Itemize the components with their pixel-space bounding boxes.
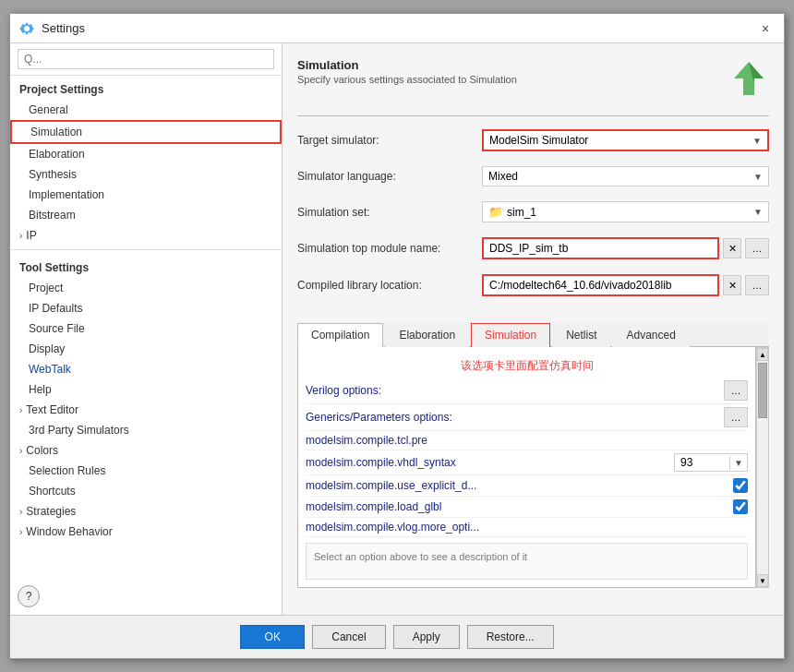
tabs-section: Compilation Elaboration Simulation Netli… xyxy=(297,318,769,588)
use-explicit-row: modelsim.compile.use_explicit_d... xyxy=(306,475,748,497)
compiled-library-control: ✕ … xyxy=(482,274,769,296)
tcl-pre-row: modelsim.compile.tcl.pre xyxy=(306,431,748,450)
simulation-set-value: sim_1 xyxy=(507,206,536,219)
target-simulator-dropdown[interactable]: ModelSim Simulator ▼ xyxy=(482,129,769,151)
dialog-title: Settings xyxy=(42,21,85,35)
verilog-options-row: Verilog options: … xyxy=(306,378,748,404)
tcl-pre-label: modelsim.compile.tcl.pre xyxy=(306,434,527,447)
sidebar-item-text-editor[interactable]: ›Text Editor xyxy=(10,400,282,420)
sidebar-item-synthesis[interactable]: Synthesis xyxy=(10,164,282,185)
verilog-options-btn[interactable]: … xyxy=(724,380,748,401)
divider xyxy=(297,115,769,116)
load-glbl-label: modelsim.compile.load_glbl xyxy=(306,500,733,513)
verilog-options-input[interactable] xyxy=(515,384,725,397)
sidebar-item-display[interactable]: Display xyxy=(10,339,282,359)
tab-advanced[interactable]: Advanced xyxy=(612,323,689,347)
sidebar-item-selection-rules[interactable]: Selection Rules xyxy=(10,461,282,481)
target-simulator-row: Target simulator: ModelSim Simulator ▼ xyxy=(297,129,769,151)
section-title: Simulation xyxy=(297,58,517,72)
simulator-language-dropdown[interactable]: Mixed ▼ xyxy=(482,166,769,186)
generics-options-label: Generics/Parameters options: xyxy=(306,411,515,424)
scrollbar[interactable]: ▲ ▼ xyxy=(756,347,769,588)
generics-options-row: Generics/Parameters options: … xyxy=(306,404,748,431)
vhdl-syntax-dropdown[interactable]: 93 ▼ xyxy=(674,453,748,472)
simulation-top-browse-btn[interactable]: … xyxy=(745,238,769,258)
vhdl-syntax-label: modelsim.compile.vhdl_syntax xyxy=(306,456,674,469)
tab-simulation[interactable]: Simulation xyxy=(471,323,550,347)
folder-icon: 📁 xyxy=(488,205,503,219)
section-subtitle: Specify various settings associated to S… xyxy=(297,74,517,85)
target-simulator-label: Target simulator: xyxy=(297,134,482,147)
simulation-top-label: Simulation top module name: xyxy=(297,242,482,255)
simulation-top-row: Simulation top module name: ✕ … xyxy=(297,237,769,259)
apply-button[interactable]: Apply xyxy=(393,625,460,649)
vhdl-syntax-arrow: ▼ xyxy=(729,456,747,470)
bottom-bar: OK Cancel Apply Restore... xyxy=(10,615,784,658)
cancel-button[interactable]: Cancel xyxy=(312,625,385,649)
ok-button[interactable]: OK xyxy=(240,625,305,649)
simulator-language-label: Simulator language: xyxy=(297,170,482,183)
scrollbar-up-btn[interactable]: ▲ xyxy=(757,348,768,361)
help-button[interactable]: ? xyxy=(18,585,40,607)
simulator-language-control: Mixed ▼ xyxy=(482,166,769,186)
generics-options-input[interactable] xyxy=(515,411,725,424)
scrollbar-thumb[interactable] xyxy=(758,363,767,418)
simulation-top-input[interactable] xyxy=(482,237,719,259)
search-input[interactable] xyxy=(18,49,274,69)
compiled-library-browse-btn[interactable]: … xyxy=(745,275,769,295)
sidebar-item-window-behavior[interactable]: ›Window Behavior xyxy=(10,522,282,542)
target-simulator-arrow: ▼ xyxy=(752,136,762,146)
sidebar-item-project[interactable]: Project xyxy=(10,278,282,298)
svg-point-1 xyxy=(24,26,30,31)
sidebar-item-ip-defaults[interactable]: IP Defaults xyxy=(10,298,282,318)
sidebar-item-help[interactable]: Help xyxy=(10,379,282,400)
sidebar-item-strategies[interactable]: ›Strategies xyxy=(10,501,282,522)
settings-dialog: Settings × Project Settings General Simu… xyxy=(9,13,785,659)
use-explicit-label: modelsim.compile.use_explicit_d... xyxy=(306,479,733,492)
project-settings-label: Project Settings xyxy=(10,76,282,100)
main-panel: Simulation Specify various settings asso… xyxy=(283,43,784,615)
close-button[interactable]: × xyxy=(756,19,775,38)
tab-content: 该选项卡里面配置仿真时间 Verilog options: … Generics… xyxy=(297,347,756,588)
tab-bar: Compilation Elaboration Simulation Netli… xyxy=(297,322,769,347)
section-header: Simulation Specify various settings asso… xyxy=(297,58,769,99)
tab-compilation[interactable]: Compilation xyxy=(297,323,383,347)
simulation-set-row: Simulation set: 📁 sim_1 ▼ xyxy=(297,201,769,222)
simulation-top-control: ✕ … xyxy=(482,237,769,259)
generics-options-btn[interactable]: … xyxy=(724,407,748,427)
sidebar: Project Settings General Simulation Elab… xyxy=(10,43,283,615)
compiled-library-input[interactable] xyxy=(482,274,719,296)
dialog-content: Project Settings General Simulation Elab… xyxy=(10,43,784,615)
sidebar-item-3rd-party[interactable]: 3rd Party Simulators xyxy=(10,420,282,440)
simulator-language-value: Mixed xyxy=(488,170,518,183)
simulator-language-row: Simulator language: Mixed ▼ xyxy=(297,166,769,186)
simulation-set-dropdown[interactable]: 📁 sim_1 ▼ xyxy=(482,201,769,222)
vivado-logo xyxy=(728,58,769,99)
scrollbar-down-btn[interactable]: ▼ xyxy=(757,574,768,587)
title-bar: Settings × xyxy=(10,14,784,43)
tab-content-area: 该选项卡里面配置仿真时间 Verilog options: … Generics… xyxy=(297,347,769,588)
sidebar-item-elaboration[interactable]: Elaboration xyxy=(10,144,282,164)
tab-netlist[interactable]: Netlist xyxy=(552,323,610,347)
simulation-set-label: Simulation set: xyxy=(297,206,482,219)
tab-elaboration[interactable]: Elaboration xyxy=(385,323,469,347)
sidebar-item-webtalk[interactable]: WebTalk xyxy=(10,359,282,379)
target-simulator-control: ModelSim Simulator ▼ xyxy=(482,129,769,151)
use-explicit-checkbox[interactable] xyxy=(733,478,748,493)
sidebar-item-source-file[interactable]: Source File xyxy=(10,318,282,339)
load-glbl-checkbox[interactable] xyxy=(733,499,748,514)
restore-button[interactable]: Restore... xyxy=(467,625,554,649)
sidebar-item-simulation[interactable]: Simulation xyxy=(10,120,282,144)
sidebar-item-general[interactable]: General xyxy=(10,100,282,120)
simulation-set-arrow: ▼ xyxy=(753,207,763,217)
compiled-library-clear-btn[interactable]: ✕ xyxy=(723,275,741,295)
sidebar-item-colors[interactable]: ›Colors xyxy=(10,440,282,461)
sidebar-item-shortcuts[interactable]: Shortcuts xyxy=(10,481,282,501)
simulation-top-clear-btn[interactable]: ✕ xyxy=(723,238,741,258)
app-icon xyxy=(19,21,34,36)
sidebar-item-implementation[interactable]: Implementation xyxy=(10,185,282,205)
more-opts-label: modelsim.compile.vlog.more_opti... xyxy=(306,521,527,534)
sidebar-item-ip[interactable]: ›IP xyxy=(10,225,282,246)
simulator-language-arrow: ▼ xyxy=(753,172,763,182)
sidebar-item-bitstream[interactable]: Bitstream xyxy=(10,205,282,225)
